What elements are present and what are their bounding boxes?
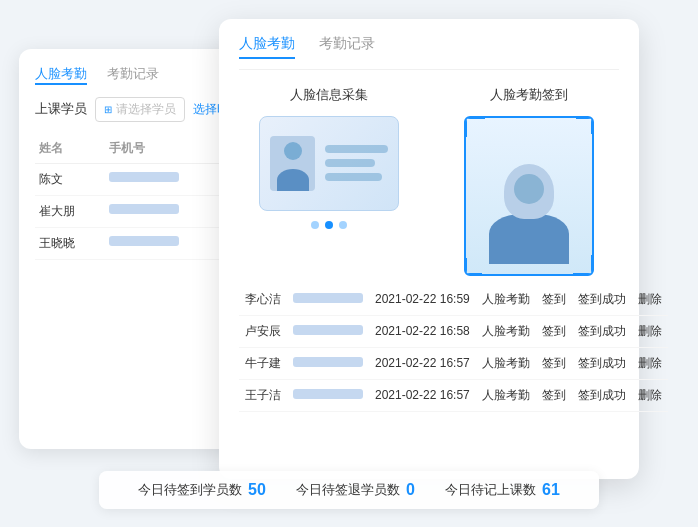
tab-face[interactable]: 人脸考勤: [239, 35, 295, 59]
delete-button[interactable]: 删除: [632, 315, 668, 347]
status: 签到成功: [572, 315, 632, 347]
name: 李心洁: [239, 284, 287, 316]
phone: [287, 347, 369, 379]
scene: 人脸考勤 考勤记录 上课学员 ⊞ 请选择学员 选择时间 姓名 手机号 考勤时间 …: [19, 19, 679, 509]
phone-cell: [105, 163, 230, 195]
phone-cell: [105, 227, 230, 259]
table-row: 卢安辰 2021-02-22 16:58 人脸考勤 签到 签到成功 删除: [239, 315, 668, 347]
face-panels: 人脸信息采集 人脸考勤签到: [239, 86, 619, 276]
id-line-1: [325, 145, 388, 153]
action[interactable]: 签到: [536, 347, 572, 379]
phone: [287, 284, 369, 316]
student-select[interactable]: ⊞ 请选择学员: [95, 97, 185, 122]
col-phone: 手机号: [105, 134, 230, 164]
dot-1: [311, 221, 319, 229]
id-line-2: [325, 159, 375, 167]
stat-signin-label: 今日待签到学员数: [138, 481, 242, 499]
name: 王子洁: [239, 379, 287, 411]
time: 2021-02-22 16:58: [369, 315, 476, 347]
delete-button[interactable]: 删除: [632, 347, 668, 379]
front-table: 李心洁 2021-02-22 16:59 人脸考勤 签到 签到成功 删除 卢安辰…: [239, 284, 668, 412]
corner-bl: [464, 258, 482, 276]
front-card: 人脸考勤 考勤记录 人脸信息采集: [219, 19, 639, 479]
face-scan-title: 人脸考勤签到: [490, 86, 568, 104]
phone: [287, 315, 369, 347]
action[interactable]: 签到: [536, 315, 572, 347]
name: 卢安辰: [239, 315, 287, 347]
carousel-dots: [311, 221, 347, 229]
id-card-visual: [259, 116, 399, 211]
stat-signout-value: 0: [406, 481, 415, 499]
dot-3: [339, 221, 347, 229]
back-tab-record[interactable]: 考勤记录: [107, 65, 159, 85]
bottom-bar: 今日待签到学员数 50 今日待签退学员数 0 今日待记上课数 61: [99, 471, 599, 509]
face-scan-visual: [464, 116, 594, 276]
face-head: [504, 164, 554, 219]
phone: [287, 379, 369, 411]
id-lines: [325, 145, 388, 181]
stat-signin-value: 50: [248, 481, 266, 499]
tab-record[interactable]: 考勤记录: [319, 35, 375, 59]
table-row: 牛子建 2021-02-22 16:57 人脸考勤 签到 签到成功 删除: [239, 347, 668, 379]
face-info-panel: 人脸信息采集: [239, 86, 419, 276]
status: 签到成功: [572, 347, 632, 379]
back-tab-face[interactable]: 人脸考勤: [35, 65, 87, 85]
select-placeholder: 请选择学员: [116, 101, 176, 118]
delete-button[interactable]: 删除: [632, 284, 668, 316]
action[interactable]: 签到: [536, 284, 572, 316]
time: 2021-02-22 16:57: [369, 379, 476, 411]
delete-button[interactable]: 删除: [632, 379, 668, 411]
face-info-title: 人脸信息采集: [290, 86, 368, 104]
face-scan-panel: 人脸考勤签到: [439, 86, 619, 276]
face-body: [489, 214, 569, 264]
col-name: 姓名: [35, 134, 105, 164]
corner-tr: [576, 116, 594, 134]
name-cell: 崔大朋: [35, 195, 105, 227]
type: 人脸考勤: [476, 379, 536, 411]
stat-signin: 今日待签到学员数 50: [138, 481, 266, 499]
id-avatar: [270, 136, 315, 191]
stat-class-label: 今日待记上课数: [445, 481, 536, 499]
name-cell: 陈文: [35, 163, 105, 195]
stat-class: 今日待记上课数 61: [445, 481, 560, 499]
table-row: 李心洁 2021-02-22 16:59 人脸考勤 签到 签到成功 删除: [239, 284, 668, 316]
grid-icon: ⊞: [104, 104, 112, 115]
name: 牛子建: [239, 347, 287, 379]
stat-signout: 今日待签退学员数 0: [296, 481, 415, 499]
time: 2021-02-22 16:59: [369, 284, 476, 316]
type: 人脸考勤: [476, 315, 536, 347]
stat-signout-label: 今日待签退学员数: [296, 481, 400, 499]
time: 2021-02-22 16:57: [369, 347, 476, 379]
id-line-3: [325, 173, 382, 181]
table-row: 王子洁 2021-02-22 16:57 人脸考勤 签到 签到成功 删除: [239, 379, 668, 411]
phone-cell: [105, 195, 230, 227]
front-tabs: 人脸考勤 考勤记录: [239, 35, 619, 70]
filter-label: 上课学员: [35, 100, 87, 118]
action[interactable]: 签到: [536, 379, 572, 411]
type: 人脸考勤: [476, 347, 536, 379]
name-cell: 王晓晓: [35, 227, 105, 259]
type: 人脸考勤: [476, 284, 536, 316]
status: 签到成功: [572, 379, 632, 411]
face-person: [466, 164, 592, 274]
dot-2: [325, 221, 333, 229]
status: 签到成功: [572, 284, 632, 316]
stat-class-value: 61: [542, 481, 560, 499]
